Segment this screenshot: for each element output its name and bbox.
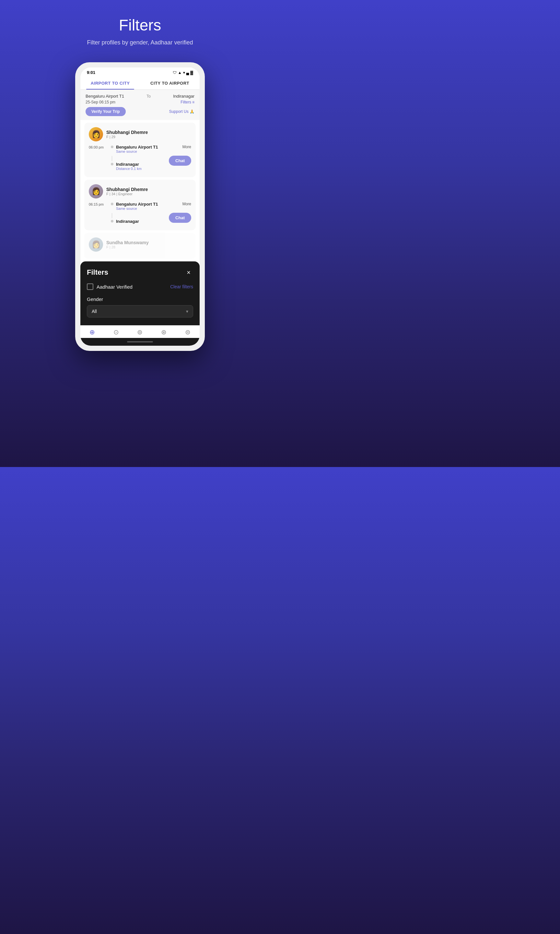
chevron-down-icon: ▾ — [186, 309, 188, 314]
close-filters-button[interactable]: × — [184, 268, 193, 277]
filters-label: Filters — [180, 100, 191, 105]
avatar-3: 👩 — [89, 237, 103, 252]
signal-icon: ▄ — [186, 70, 189, 75]
more-button-2[interactable]: More — [183, 202, 191, 206]
ride-card-2: 👩 Shubhangi Dhemre F | 34 | Engineer 06:… — [84, 180, 196, 230]
wifi-icon: ▾ — [183, 70, 185, 75]
profile-icon: ⊛ — [161, 328, 166, 336]
route-to-sub-1: Distance 0.1 km — [116, 167, 142, 171]
phone-frame: 9:01 🛡 ▲ ▾ ▄ ▓ AIRPORT TO CITY CITY TO A… — [75, 62, 205, 351]
gender-filter-section: Gender All ▾ — [87, 296, 193, 317]
verify-trip-button[interactable]: Verify Your Trip — [86, 107, 126, 116]
tab-airport-to-city[interactable]: AIRPORT TO CITY — [80, 76, 140, 89]
trip-from: Bengaluru Airport T1 — [86, 94, 124, 99]
user-name-2: Shubhangi Dhemre — [106, 187, 148, 192]
gender-dropdown[interactable]: All ▾ — [87, 305, 193, 317]
chat-button-1[interactable]: Chat — [169, 156, 191, 166]
route-dot-from-1 — [111, 146, 114, 148]
user-meta-1: F | 29 — [106, 135, 148, 139]
trip-to: Indiranagar — [173, 94, 194, 99]
more-icon: ⊜ — [185, 328, 191, 336]
route-from-sub-1: Same source — [116, 150, 158, 153]
route-from-name-1: Bengaluru Airport T1 — [116, 145, 158, 150]
page-title: Filters — [119, 16, 162, 34]
chat-button-2[interactable]: Chat — [169, 213, 191, 223]
avatar-image-3: 👩 — [89, 237, 103, 252]
user-name-3: Sundha Munswamy — [106, 240, 149, 245]
gender-label: Gender — [87, 296, 193, 302]
trip-date: 25-Sep 06:15 pm — [86, 100, 115, 105]
route-to-name-2: Indiranagar — [116, 219, 139, 224]
home-indicator — [127, 341, 153, 342]
aadhaar-checkbox[interactable] — [87, 284, 93, 290]
tab-city-to-airport[interactable]: CITY TO AIRPORT — [140, 76, 200, 89]
more-button-1[interactable]: More — [183, 145, 191, 149]
tabs-bar: AIRPORT TO CITY CITY TO AIRPORT — [80, 76, 200, 90]
trip-info-bar: Bengaluru Airport T1 To Indiranagar 25-S… — [80, 90, 200, 120]
nav-more[interactable]: ⊜ — [185, 328, 191, 336]
nav-profile[interactable]: ⊛ — [161, 328, 166, 336]
filters-panel: Filters × Aadhaar Verified Clear filters… — [80, 261, 200, 325]
shield-icon: 🛡 — [173, 70, 177, 75]
avatar-2: 👩 — [89, 184, 103, 199]
route-connector-2 — [112, 213, 112, 218]
route-dot-from-2 — [111, 203, 114, 205]
ride-time-2: 06:15 pm — [89, 202, 108, 206]
status-time: 9:01 — [87, 70, 95, 75]
gender-selected-value: All — [92, 309, 97, 314]
avatar-image-1: 👩 — [89, 127, 103, 142]
page-subtitle: Filter profiles by gender, Aadhaar verif… — [87, 39, 193, 46]
arrow-up-icon: ▲ — [178, 70, 182, 75]
ride-time-1: 06:00 pm — [89, 145, 108, 149]
user-name-1: Shubhangi Dhemre — [106, 130, 148, 135]
route-dot-to-1 — [111, 163, 114, 165]
avatar-image-2: 👩 — [89, 184, 103, 199]
route-to-name-1: Indiranagar — [116, 162, 142, 167]
filters-link[interactable]: Filters ≡ — [180, 100, 194, 105]
status-bar: 9:01 🛡 ▲ ▾ ▄ ▓ — [80, 68, 200, 76]
route-connector-1 — [112, 156, 112, 161]
phone-inner: 9:01 🛡 ▲ ▾ ▄ ▓ AIRPORT TO CITY CITY TO A… — [80, 68, 200, 346]
route-from-sub-2: Same source — [116, 207, 158, 211]
support-us-link[interactable]: Support Us 🙏 — [169, 109, 194, 114]
trips-icon: ⊚ — [137, 328, 143, 336]
home-icon: ⊕ — [89, 328, 95, 336]
trip-to-label: To — [146, 94, 151, 99]
ride-card-3: 👩 Sundha Munswamy F | 28 — [84, 233, 196, 259]
user-meta-2: F | 34 | Engineer — [106, 192, 148, 196]
ride-card-1: 👩 Shubhangi Dhemre F | 29 06:00 pm Benga… — [84, 123, 196, 177]
aadhaar-label: Aadhaar Verified — [97, 284, 132, 290]
nav-home[interactable]: ⊕ — [89, 328, 95, 336]
route-from-name-2: Bengaluru Airport T1 — [116, 202, 158, 207]
nav-search[interactable]: ⊙ — [114, 328, 119, 336]
status-icons: 🛡 ▲ ▾ ▄ ▓ — [173, 70, 193, 75]
filter-icon: ≡ — [192, 100, 194, 105]
filters-panel-title: Filters — [87, 268, 108, 277]
clear-filters-button[interactable]: Clear filters — [170, 284, 193, 289]
route-dot-to-2 — [111, 220, 114, 222]
avatar-1: 👩 — [89, 127, 103, 142]
nav-trips[interactable]: ⊚ — [137, 328, 143, 336]
bottom-nav: ⊕ ⊙ ⊚ ⊛ ⊜ — [80, 325, 200, 338]
battery-icon: ▓ — [190, 70, 193, 75]
search-icon: ⊙ — [114, 328, 119, 336]
user-meta-3: F | 28 — [106, 245, 149, 249]
